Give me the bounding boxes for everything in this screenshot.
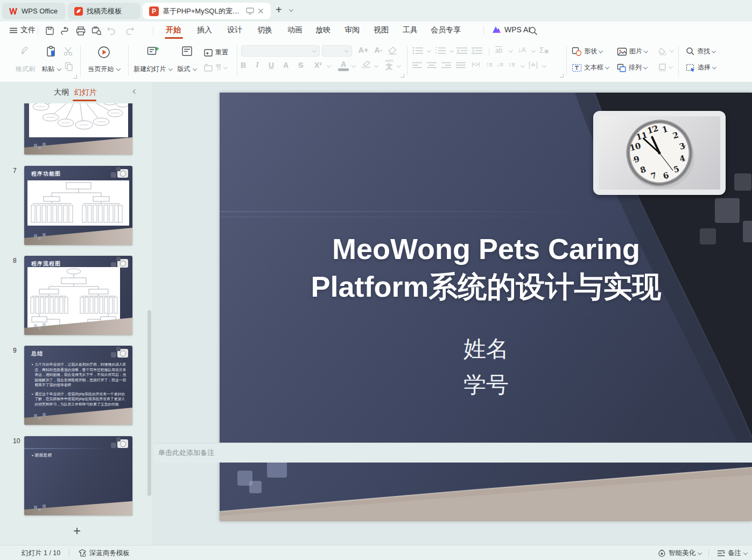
play-chevron-icon[interactable]: [116, 66, 120, 71]
thumbnail-scrollbar[interactable]: [147, 310, 151, 496]
layout-button[interactable]: 版式: [172, 45, 201, 77]
align-left-button: [412, 62, 422, 69]
highlight-pen-icon: [361, 60, 373, 68]
menu-review[interactable]: 审阅: [345, 25, 360, 35]
textbox-chevron-icon[interactable]: [605, 65, 609, 69]
textbox-button[interactable]: 文本框: [572, 63, 609, 72]
collapse-panel-icon[interactable]: [133, 89, 137, 94]
thumbnail-number: 10: [13, 437, 20, 445]
slide-title[interactable]: MeoWong Pets Caring Platform系统的设计与实现: [220, 230, 752, 305]
font-size-chevron-icon: [345, 48, 349, 52]
paste-chevron-icon[interactable]: [57, 66, 61, 71]
select-chevron-icon[interactable]: [712, 65, 716, 69]
menu-tools[interactable]: 工具: [403, 25, 418, 35]
numbering-chevron-icon: [449, 48, 454, 52]
ribbon-toolbar: 格式刷 粘贴 当页开始 新建幻灯片 版式: [0, 39, 752, 82]
new-tab-button[interactable]: +: [276, 4, 282, 16]
smart-beautify-button[interactable]: 智能美化: [658, 549, 701, 558]
tab-label: WPS Office: [22, 7, 58, 15]
export-icon[interactable]: [60, 25, 71, 36]
menu-insert[interactable]: 插入: [197, 25, 212, 35]
slide-subtitle-id[interactable]: 学号: [220, 370, 752, 400]
menu-home[interactable]: 开始: [166, 25, 181, 35]
eraser-icon: [388, 46, 398, 55]
menu-design[interactable]: 设计: [227, 25, 242, 35]
slide-subtitle-name[interactable]: 姓名: [220, 334, 752, 364]
notes-bar[interactable]: 单击此处添加备注: [154, 443, 752, 463]
tab-template-store[interactable]: 找稿壳模板: [68, 3, 140, 19]
menu-slideshow[interactable]: 放映: [315, 25, 331, 35]
paragraph-expand-icon[interactable]: [560, 74, 564, 78]
tab-slides[interactable]: 幻灯片: [74, 88, 97, 97]
fill-color-chevron-icon: [670, 48, 674, 52]
menu-transition[interactable]: 切换: [257, 25, 272, 35]
copy-button: [65, 62, 73, 71]
arrange-button[interactable]: 排列: [617, 63, 647, 72]
picture-chevron-icon[interactable]: [644, 48, 648, 53]
thumbnail-slide-6[interactable]: [24, 103, 132, 155]
find-button[interactable]: 查找: [686, 47, 715, 56]
menu-animation[interactable]: 动画: [287, 25, 303, 35]
clipboard-expand-icon[interactable]: [73, 75, 77, 79]
play-from-page-button[interactable]: 当页开始: [85, 45, 123, 77]
add-slide-button[interactable]: +: [66, 523, 88, 540]
clock-picture[interactable]: 123456789101112: [593, 111, 726, 195]
tab-document[interactable]: P 基于PHP+MySQL的宠物Meo: [143, 3, 271, 19]
char-border-button: A: [280, 61, 292, 69]
print-preview-icon[interactable]: [91, 25, 102, 36]
new-slide-icon: [147, 46, 159, 57]
notes-chevron-icon[interactable]: [743, 550, 748, 555]
template-name-button[interactable]: 深蓝商务模板: [78, 549, 130, 558]
cut-button: [64, 47, 73, 56]
notes-toggle-button[interactable]: 备注: [717, 549, 747, 558]
move-up-paragraph-button: ↑≡: [486, 61, 493, 68]
layout-chevron-icon[interactable]: [192, 66, 196, 71]
shapes-icon: [572, 47, 582, 56]
thumbnail-number: 9: [13, 347, 17, 354]
wall-clock-image: 123456789101112: [599, 116, 720, 190]
increase-indent-button: [472, 47, 482, 54]
format-painter-icon: [20, 46, 31, 57]
numbering-button: [435, 47, 449, 54]
text-direction-chevron-icon: [509, 48, 513, 52]
select-button[interactable]: 选择: [686, 63, 716, 72]
thumbnail-slide-8[interactable]: 程序流程图: [24, 256, 132, 335]
find-chevron-icon[interactable]: [712, 48, 716, 53]
line-spacing-button: ↕≡: [508, 61, 515, 68]
arrange-chevron-icon[interactable]: [643, 65, 648, 69]
font-expand-icon[interactable]: [400, 74, 404, 78]
shapes-chevron-icon[interactable]: [599, 48, 603, 53]
section-icon: [203, 64, 213, 72]
superscript-chevron-icon: [327, 63, 331, 67]
tab-list-chevron-icon[interactable]: [289, 7, 293, 11]
save-icon[interactable]: [44, 25, 55, 36]
underline-button: U: [265, 61, 277, 69]
picture-icon: [617, 47, 627, 56]
reset-button[interactable]: 重置: [203, 48, 228, 57]
beautify-chevron-icon[interactable]: [698, 550, 702, 555]
tab-outline[interactable]: 大纲: [54, 88, 69, 97]
font-color-button: A: [337, 60, 350, 71]
menu-view[interactable]: 视图: [374, 25, 389, 35]
tab-wps-office[interactable]: WPS Office: [2, 3, 66, 19]
file-menu[interactable]: 文件: [10, 25, 36, 35]
thumbnail-slide-10[interactable]: • 谢谢老师: [24, 436, 132, 515]
outline-color-chevron-icon: [669, 64, 673, 68]
vertical-align-chevron-icon: [542, 63, 546, 67]
wps-ai-button[interactable]: WPS AI: [492, 25, 530, 34]
slide-title-line2: Platform系统的设计与实现: [220, 268, 752, 305]
window-tab-bar: WPS Office 找稿壳模板 P 基于PHP+MySQL的宠物Meo +: [0, 0, 752, 22]
textbox-icon: [572, 64, 582, 72]
print-icon[interactable]: [75, 25, 86, 36]
thumbnail-slide-9[interactable]: 总结 •几个月的毕业设计，让我从最初的茫然，到慢慢的进入状态，再到对思路逐渐的清…: [24, 346, 132, 425]
highlight-button: [361, 60, 373, 68]
shapes-button[interactable]: 形状: [572, 47, 602, 56]
new-slide-button[interactable]: 新建幻灯片: [132, 45, 173, 77]
menu-membership[interactable]: 会员专享: [431, 25, 461, 35]
search-icon[interactable]: [528, 25, 538, 36]
close-icon[interactable]: [258, 8, 264, 14]
thumbnail-slide-7[interactable]: 程序功能图: [24, 166, 132, 245]
notes-icon: [717, 550, 725, 557]
document-title: 基于PHP+MySQL的宠物Meo: [163, 6, 242, 16]
picture-button[interactable]: 图片: [617, 47, 648, 56]
